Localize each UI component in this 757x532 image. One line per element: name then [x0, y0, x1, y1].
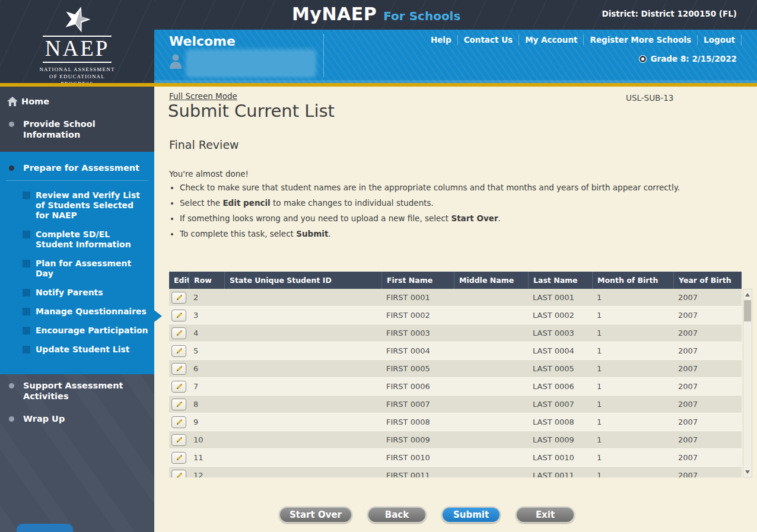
scroll-up-button[interactable] — [743, 290, 752, 299]
table-scrollbar[interactable] — [743, 289, 752, 477]
edit-row-button[interactable] — [171, 292, 186, 304]
sidebar-item-prepare-for-assessment[interactable]: Prepare for Assessment — [0, 157, 154, 179]
menu-contact-us[interactable]: Contact Us — [458, 35, 520, 45]
intro-text: You're almost done! — [169, 169, 249, 179]
sidebar-item-support-assessment-activities[interactable]: Support Assessment Activities — [0, 374, 154, 407]
grade-label: Grade 8: 2/15/2022 — [651, 54, 737, 63]
menu-help[interactable]: Help — [425, 35, 458, 45]
edit-row-button[interactable] — [171, 310, 186, 321]
bullet-icon — [9, 416, 14, 422]
edit-row-button[interactable] — [171, 363, 186, 375]
user-name-redacted — [188, 52, 314, 75]
sidebar-active-section: Prepare for Assessment Review and Verify… — [0, 152, 154, 374]
edit-row-button[interactable] — [171, 327, 186, 339]
cell-row-number: 12 — [189, 471, 224, 477]
star-icon — [58, 4, 96, 34]
page-title: Submit Current List — [168, 101, 335, 121]
sidebar-item-label: Wrap Up — [23, 413, 65, 424]
start-over-button[interactable]: Start Over — [279, 506, 352, 523]
edit-row-button[interactable] — [171, 452, 186, 464]
welcome-title: Welcome — [169, 34, 236, 49]
table-row: 2 FIRST 0001 LAST 0001 1 2007 — [169, 289, 742, 307]
edit-pencil-icon — [176, 312, 183, 319]
exit-button[interactable]: Exit — [516, 506, 575, 523]
cell-first-name: FIRST 0009 — [381, 435, 454, 444]
edit-pencil-icon — [176, 401, 183, 408]
user-info — [169, 53, 314, 75]
scrollbar-thumb[interactable] — [744, 300, 751, 321]
edit-row-button[interactable] — [171, 470, 186, 478]
cell-month-of-birth: 1 — [592, 382, 673, 391]
cell-month-of-birth: 1 — [592, 418, 673, 426]
sidebar-item-label: Provide School Information — [23, 119, 147, 140]
sidebar-item-provide-school-information[interactable]: Provide School Information — [0, 113, 154, 146]
welcome-divider — [323, 34, 324, 77]
edit-row-button[interactable] — [171, 416, 186, 428]
instruction-item: To complete this task, select Submit. — [180, 228, 684, 240]
column-header-first-name: First Name — [381, 272, 454, 289]
edit-pencil-icon — [176, 437, 183, 444]
cell-year-of-birth: 2007 — [673, 311, 742, 320]
cell-year-of-birth: 2007 — [673, 382, 742, 391]
column-header-row: Row — [189, 272, 224, 289]
district-label: District: District 1200150 (FL) — [602, 9, 737, 18]
triangle-down-icon — [745, 470, 750, 474]
cell-row-number: 3 — [189, 311, 224, 320]
cell-month-of-birth: 1 — [592, 346, 673, 355]
edit-pencil-icon — [176, 330, 183, 337]
edit-row-button[interactable] — [171, 345, 186, 357]
table-row: 3 FIRST 0002 LAST 0002 1 2007 — [169, 307, 742, 324]
menu-logout[interactable]: Logout — [698, 35, 742, 45]
column-header-edit: Edit — [169, 272, 189, 289]
gold-rule — [0, 83, 757, 87]
sidebar-top-section: Home Provide School Information — [0, 87, 154, 152]
full-screen-mode-link[interactable]: Full Screen Mode — [169, 91, 237, 101]
edit-pencil-icon — [176, 454, 183, 461]
menu-my-account[interactable]: My Account — [519, 35, 584, 45]
back-button[interactable]: Back — [367, 506, 427, 523]
home-icon — [7, 97, 21, 106]
sidebar-sub-item-encourage-participation[interactable]: Encourage Participation — [23, 326, 150, 336]
sidebar-item-label: Home — [21, 96, 49, 107]
cell-first-name: FIRST 0010 — [381, 453, 454, 462]
cell-year-of-birth: 2007 — [673, 364, 742, 373]
user-icon — [169, 53, 182, 69]
sidebar-nav: Home Provide School Information Prepare … — [0, 87, 154, 532]
grade-indicator[interactable]: Grade 8: 2/15/2022 — [639, 54, 737, 63]
column-header-middle-name: Middle Name — [454, 272, 528, 289]
sidebar-sub-item-review-and-verify-list-of-students-selec[interactable]: Review and Verify List of Students Selec… — [23, 190, 150, 221]
cell-year-of-birth: 2007 — [673, 418, 742, 426]
cell-first-name: FIRST 0008 — [381, 418, 454, 426]
cell-year-of-birth: 2007 — [673, 453, 742, 462]
table-row: 4 FIRST 0003 LAST 0003 1 2007 — [169, 324, 742, 342]
sidebar-item-wrap-up[interactable]: Wrap Up — [0, 407, 154, 430]
sidebar-sub-item-complete-sd-el-student-information[interactable]: Complete SD/EL Student Information — [23, 230, 150, 250]
menu-register-more-schools[interactable]: Register More Schools — [584, 35, 698, 45]
footer-buttons: Start Over Back Submit Exit — [279, 506, 575, 523]
sidebar-sub-item-plan-for-assessment-day[interactable]: Plan for Assessment Day — [23, 259, 150, 279]
sidebar-item-label: Support Assessment Activities — [23, 380, 147, 402]
corner-action-button[interactable] — [17, 524, 73, 532]
scroll-down-button[interactable] — [743, 467, 752, 476]
sidebar-sub-item-update-student-list[interactable]: Update Student List — [23, 345, 150, 355]
cell-year-of-birth: 2007 — [673, 329, 742, 337]
submit-button[interactable]: Submit — [441, 506, 501, 523]
sidebar-sub-item-manage-questionnaires[interactable]: Manage Questionnaires — [23, 307, 150, 317]
edit-row-button[interactable] — [171, 381, 186, 393]
column-header-month-of-birth: Month of Birth — [592, 272, 673, 289]
cell-first-name: FIRST 0004 — [381, 346, 454, 355]
cell-row-number: 11 — [189, 453, 224, 462]
edit-row-button[interactable] — [171, 434, 186, 446]
prepare-sub-menu: Review and Verify List of Students Selec… — [0, 190, 154, 355]
cell-first-name: FIRST 0006 — [381, 382, 454, 391]
edit-row-button[interactable] — [171, 399, 186, 410]
column-header-last-name: Last Name — [528, 272, 592, 289]
sidebar-sub-item-notify-parents[interactable]: Notify Parents — [23, 288, 150, 298]
edit-pencil-icon — [176, 365, 183, 372]
edit-pencil-icon — [176, 472, 183, 478]
table-row: 12 FIRST 0011 LAST 0011 1 2007 — [169, 467, 742, 477]
cell-first-name: FIRST 0001 — [381, 293, 454, 302]
sidebar-item-home[interactable]: Home — [0, 90, 154, 113]
edit-pencil-icon — [176, 294, 183, 301]
table-body: 2 FIRST 0001 LAST 0001 1 2007 3 FIRST 00… — [169, 289, 742, 477]
